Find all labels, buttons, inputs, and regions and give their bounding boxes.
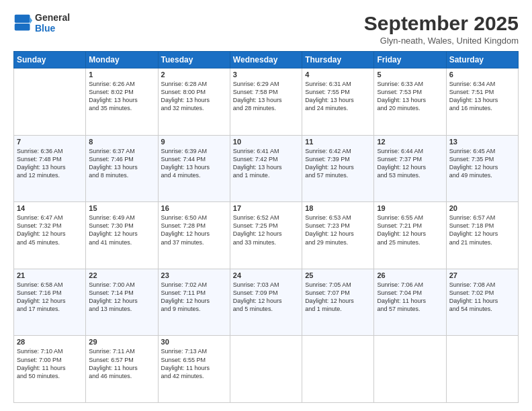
day-number: 7 [17, 138, 83, 146]
svg-rect-1 [15, 24, 30, 31]
calendar-cell: 3Sunrise: 6:29 AMSunset: 7:58 PMDaylight… [230, 68, 302, 136]
cell-info: and 13 minutes. [89, 305, 154, 313]
day-number: 22 [89, 271, 154, 279]
day-number: 30 [161, 338, 227, 346]
day-number: 19 [377, 204, 443, 212]
day-number: 12 [377, 138, 443, 146]
cell-info: Sunset: 7:30 PM [89, 222, 154, 230]
calendar-cell: 18Sunrise: 6:53 AMSunset: 7:23 PMDayligh… [302, 202, 374, 269]
cell-info: Daylight: 11 hours [17, 364, 83, 372]
cell-info: Sunrise: 6:52 AM [233, 214, 299, 222]
cell-info: Daylight: 12 hours [89, 230, 154, 238]
cell-info: Sunrise: 6:31 AM [305, 80, 371, 88]
calendar-cell: 20Sunrise: 6:57 AMSunset: 7:18 PMDayligh… [446, 202, 518, 269]
cell-info: Daylight: 13 hours [89, 163, 154, 171]
svg-marker-2 [30, 17, 33, 24]
cell-info: Sunset: 7:42 PM [233, 155, 299, 163]
day-number: 4 [305, 71, 371, 79]
cell-info: Sunset: 7:53 PM [377, 88, 443, 96]
day-header-tuesday: Tuesday [158, 52, 230, 68]
cell-info: Sunset: 7:51 PM [449, 88, 515, 96]
cell-info: and 24 minutes. [305, 104, 371, 112]
day-number: 10 [233, 138, 299, 146]
cell-info: and 45 minutes. [17, 238, 83, 246]
day-header-thursday: Thursday [302, 52, 374, 68]
cell-info: Sunset: 7:32 PM [17, 222, 83, 230]
cell-info: Daylight: 12 hours [89, 297, 154, 305]
cell-info: and 25 minutes. [377, 238, 443, 246]
cell-info: Sunrise: 7:03 AM [233, 281, 299, 289]
day-number: 15 [89, 204, 154, 212]
cell-info: Sunset: 7:48 PM [17, 155, 83, 163]
cell-info: Sunset: 7:58 PM [233, 88, 299, 96]
cell-info: Sunset: 7:44 PM [161, 155, 227, 163]
cell-info: Sunset: 7:18 PM [449, 222, 515, 230]
day-number: 25 [305, 271, 371, 279]
calendar-cell: 1Sunrise: 6:26 AMSunset: 8:02 PMDaylight… [86, 68, 158, 136]
calendar-cell [374, 336, 446, 403]
day-number: 23 [161, 271, 227, 279]
day-number: 8 [89, 138, 154, 146]
cell-info: Sunrise: 6:42 AM [305, 147, 371, 155]
cell-info: Sunset: 6:57 PM [89, 356, 154, 364]
day-number: 11 [305, 138, 371, 146]
cell-info: and 12 minutes. [17, 171, 83, 179]
location: Glyn-neath, Wales, United Kingdom [364, 36, 519, 46]
day-number: 6 [449, 71, 515, 79]
cell-info: Daylight: 13 hours [449, 96, 515, 104]
cell-info: Sunset: 7:23 PM [305, 222, 371, 230]
calendar-cell [446, 336, 518, 403]
cell-info: Sunrise: 6:37 AM [89, 147, 154, 155]
cell-info: Daylight: 12 hours [161, 230, 227, 238]
cell-info: Sunrise: 6:34 AM [449, 80, 515, 88]
cell-info: Daylight: 11 hours [377, 297, 443, 305]
calendar-cell: 19Sunrise: 6:55 AMSunset: 7:21 PMDayligh… [374, 202, 446, 269]
calendar-cell [302, 336, 374, 403]
calendar-cell: 28Sunrise: 7:10 AMSunset: 7:00 PMDayligh… [14, 336, 86, 403]
day-number: 5 [377, 71, 443, 79]
calendar-cell: 14Sunrise: 6:47 AMSunset: 7:32 PMDayligh… [14, 202, 86, 269]
cell-info: Daylight: 13 hours [233, 163, 299, 171]
cell-info: and 41 minutes. [89, 238, 154, 246]
day-number: 17 [233, 204, 299, 212]
cell-info: and 4 minutes. [161, 171, 227, 179]
calendar-cell: 4Sunrise: 6:31 AMSunset: 7:55 PMDaylight… [302, 68, 374, 136]
day-number: 28 [17, 338, 83, 346]
cell-info: Daylight: 12 hours [449, 163, 515, 171]
calendar-cell: 15Sunrise: 6:49 AMSunset: 7:30 PMDayligh… [86, 202, 158, 269]
cell-info: Sunrise: 6:53 AM [305, 214, 371, 222]
cell-info: Sunrise: 6:44 AM [377, 147, 443, 155]
cell-info: and 5 minutes. [233, 305, 299, 313]
cell-info: Sunrise: 6:29 AM [233, 80, 299, 88]
day-header-monday: Monday [86, 52, 158, 68]
day-number: 27 [449, 271, 515, 279]
cell-info: Sunset: 7:25 PM [233, 222, 299, 230]
cell-info: and 35 minutes. [89, 104, 154, 112]
cell-info: Sunrise: 7:08 AM [449, 281, 515, 289]
cell-info: and 42 minutes. [161, 372, 227, 380]
cell-info: Daylight: 12 hours [17, 230, 83, 238]
day-number: 29 [89, 338, 154, 346]
cell-info: Daylight: 12 hours [233, 230, 299, 238]
cell-info: Sunrise: 6:36 AM [17, 147, 83, 155]
cell-info: Daylight: 12 hours [377, 163, 443, 171]
cell-info: and 28 minutes. [233, 104, 299, 112]
calendar-cell: 2Sunrise: 6:28 AMSunset: 8:00 PMDaylight… [158, 68, 230, 136]
cell-info: Daylight: 13 hours [377, 96, 443, 104]
cell-info: Sunset: 7:39 PM [305, 155, 371, 163]
calendar-cell: 16Sunrise: 6:50 AMSunset: 7:28 PMDayligh… [158, 202, 230, 269]
cell-info: Daylight: 13 hours [305, 96, 371, 104]
calendar-cell: 21Sunrise: 6:58 AMSunset: 7:16 PMDayligh… [14, 269, 86, 336]
month-title: September 2025 [364, 12, 519, 34]
day-number: 2 [161, 71, 227, 79]
cell-info: Sunrise: 7:11 AM [89, 347, 154, 355]
calendar-cell: 24Sunrise: 7:03 AMSunset: 7:09 PMDayligh… [230, 269, 302, 336]
cell-info: Daylight: 12 hours [305, 163, 371, 171]
cell-info: and 49 minutes. [449, 171, 515, 179]
calendar-cell: 29Sunrise: 7:11 AMSunset: 6:57 PMDayligh… [86, 336, 158, 403]
cell-info: Daylight: 12 hours [305, 297, 371, 305]
cell-info: Daylight: 12 hours [377, 230, 443, 238]
calendar-cell: 12Sunrise: 6:44 AMSunset: 7:37 PMDayligh… [374, 135, 446, 202]
calendar-cell [14, 68, 86, 136]
cell-info: Daylight: 12 hours [233, 297, 299, 305]
